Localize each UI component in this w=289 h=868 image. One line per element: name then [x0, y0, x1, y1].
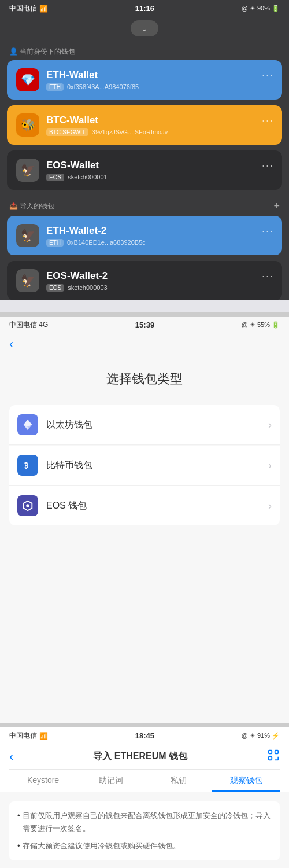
- more-menu-icon-btc[interactable]: ...: [262, 112, 274, 124]
- status-icons-1: @ ☀ 90% 🔋: [242, 5, 280, 12]
- eth-chain-badge: ETH: [46, 83, 64, 91]
- btc-wallet-name: BTC-Wallet: [46, 115, 273, 126]
- eth-wallet-addr: 0xf358f43A...A984076f85: [67, 83, 139, 90]
- eos2-wallet-addr: sketch000003: [68, 284, 108, 291]
- screen3-inner: • 目前仅限用户观察自己的钱包来配合离线钱包形成更加安全的冷钱包；导入需要进行一…: [0, 792, 289, 868]
- status-signal-3: 中国电信 📶: [9, 731, 48, 741]
- eos-chevron-icon: ›: [268, 500, 272, 512]
- eth2-wallet-icon: 🦅: [16, 224, 39, 247]
- eos-wallet-addr: sketch000001: [68, 174, 108, 181]
- eth2-chain-badge: ETH: [46, 239, 64, 247]
- status-bar-2: 中国电信 4G 15:39 @ ☀ 55% 🔋: [0, 317, 289, 332]
- scan-icon[interactable]: [267, 749, 280, 764]
- btc-wallet-card[interactable]: ... 🐝 BTC-Wallet BTC-SEGWIT 39v1qzJSvG..…: [7, 105, 282, 145]
- btc-wallet-card-row: 🐝 BTC-Wallet BTC-SEGWIT 39v1qzJSvG...jSF…: [16, 113, 273, 137]
- more-menu-icon[interactable]: ...: [262, 67, 274, 79]
- time-1: 11:16: [135, 4, 154, 13]
- screen3: 中国电信 📶 18:45 @ ☀ 91% ⚡ ‹ 导入 ETHEREUM 钱包: [0, 723, 289, 868]
- more-menu-icon-eos2[interactable]: ...: [262, 268, 274, 280]
- s3-header: ‹ 导入 ETHEREUM 钱包 Keystore 助记词 私钥 观察钱包: [0, 743, 289, 792]
- tab-mnemonic[interactable]: 助记词: [77, 770, 144, 792]
- eth-addr-row: ETH 0xf358f43A...A984076f85: [46, 83, 273, 91]
- eos-type-item[interactable]: EOS 钱包 ›: [9, 486, 280, 525]
- s3-nav: ‹ 导入 ETHEREUM 钱包: [9, 743, 280, 769]
- battery-icon-1: @ ☀ 90% 🔋: [242, 5, 280, 12]
- chevron-down-icon: ⌄: [141, 24, 148, 33]
- wallet-card-row: 💎 ETH-Wallet ETH 0xf358f43A...A984076f85: [16, 68, 273, 91]
- eos-wallet-name: EOS-Wallet: [46, 160, 273, 171]
- tab-watch-wallet[interactable]: 观察钱包: [212, 770, 280, 792]
- status-bar-3: 中国电信 📶 18:45 @ ☀ 91% ⚡: [0, 727, 289, 743]
- svg-rect-7: [275, 751, 279, 754]
- status-icons-3: @ ☀ 91% ⚡: [242, 732, 280, 740]
- btc-type-label: 比特币钱包: [46, 459, 268, 472]
- wifi-icon-1: 📶: [39, 5, 48, 13]
- time-2: 15:39: [135, 321, 154, 329]
- svg-point-5: [26, 504, 29, 507]
- svg-rect-8: [269, 757, 272, 760]
- eos2-addr-row: EOS sketch000003: [46, 284, 273, 292]
- battery-icon-2: @ ☀ 55% 🔋: [242, 321, 280, 329]
- select-wallet-type-title: 选择钱包类型: [0, 359, 289, 405]
- more-menu-icon-eth2[interactable]: ...: [262, 223, 274, 235]
- eth2-wallet-info: ETH-Wallet-2 ETH 0xB140ED1e...a683920B5c: [46, 225, 273, 247]
- btc-addr-row: BTC-SEGWIT 39v1qzJSvG...jSFoRfmoJv: [46, 128, 273, 136]
- eth-wallet-info: ETH-Wallet ETH 0xf358f43A...A984076f85: [46, 69, 273, 91]
- eos-wallet-card[interactable]: ... 🦅 EOS-Wallet EOS sketch000001: [7, 150, 282, 190]
- tab-private-key[interactable]: 私钥: [144, 770, 212, 792]
- tab-keystore[interactable]: Keystore: [9, 770, 77, 792]
- btc-chevron-icon: ›: [268, 459, 272, 472]
- status-bar-1: 中国电信 📶 11:16 @ ☀ 90% 🔋: [0, 0, 289, 16]
- eos2-wallet-name: EOS-Wallet-2: [46, 270, 273, 282]
- btc-type-item[interactable]: ₿ 比特币钱包 ›: [9, 446, 280, 486]
- identity-dropdown[interactable]: ⌄: [131, 20, 158, 36]
- eth-wallet-icon: 💎: [16, 68, 39, 91]
- eos2-wallet-info: EOS-Wallet-2 EOS sketch000003: [46, 270, 273, 292]
- signal-text-1: 中国电信: [9, 3, 37, 13]
- s3-page-title: 导入 ETHEREUM 钱包: [93, 751, 187, 763]
- info-text-1: 目前仅限用户观察自己的钱包来配合离线钱包形成更加安全的冷钱包；导入需要进行一次签…: [23, 810, 272, 835]
- my-wallets-text: 当前身份下的钱包: [20, 47, 75, 56]
- eth-type-item[interactable]: 以太坊钱包 ›: [9, 405, 280, 445]
- eth-wallet-card[interactable]: ... 💎 ETH-Wallet ETH 0xf358f43A...A98407…: [7, 60, 282, 100]
- eos-wallet-info: EOS-Wallet EOS sketch000001: [46, 160, 273, 181]
- time-3: 18:45: [135, 731, 154, 740]
- eth2-addr-row: ETH 0xB140ED1e...a683920B5c: [46, 239, 273, 247]
- eth-wallet2-card[interactable]: ... 🦅 ETH-Wallet-2 ETH 0xB140ED1e...a683…: [7, 216, 282, 255]
- eos-wallet-card-row: 🦅 EOS-Wallet EOS sketch000001: [16, 159, 273, 182]
- imported-wallets-label: 📥 导入的钱包 +: [0, 196, 289, 216]
- info-line-1: • 目前仅限用户观察自己的钱包来配合离线钱包形成更加安全的冷钱包；导入需要进行一…: [17, 810, 272, 835]
- btc-wallet-info: BTC-Wallet BTC-SEGWIT 39v1qzJSvG...jSFoR…: [46, 115, 273, 136]
- eos-chain-badge: EOS: [46, 174, 64, 181]
- eos2-chain-badge: EOS: [46, 284, 64, 292]
- back-button-2[interactable]: ‹: [9, 337, 13, 352]
- top-bar-1: ⌄: [0, 16, 289, 42]
- status-signal-1: 中国电信 📶: [9, 3, 48, 13]
- eth-type-icon: [17, 414, 38, 435]
- eth-chevron-icon: ›: [268, 419, 272, 431]
- import-icon: 📥: [9, 202, 20, 210]
- svg-text:₿: ₿: [24, 461, 28, 470]
- s2-nav: ‹: [0, 332, 289, 359]
- battery-icon-3: @ ☀ 91% ⚡: [242, 732, 280, 740]
- screen2: 中国电信 4G 15:39 @ ☀ 55% 🔋 ‹ 选择钱包类型 以太坊钱包 ›: [0, 312, 289, 723]
- eth2-wallet-addr: 0xB140ED1e...a683920B5c: [67, 239, 146, 246]
- back-button-3[interactable]: ‹: [9, 749, 13, 764]
- eos-type-label: EOS 钱包: [46, 500, 268, 512]
- status-signal-2: 中国电信 4G: [9, 320, 48, 330]
- eos-wallet2-card[interactable]: ... 🦅 EOS-Wallet-2 EOS sketch000003: [7, 261, 282, 300]
- more-menu-icon-eos[interactable]: ...: [262, 157, 274, 170]
- add-import-button[interactable]: +: [273, 200, 280, 212]
- imported-label-text: 导入的钱包: [20, 202, 54, 210]
- s3-tabs: Keystore 助记词 私钥 观察钱包: [9, 769, 280, 792]
- svg-rect-6: [269, 751, 272, 754]
- person-icon: 👤: [9, 47, 20, 56]
- screen2-spacer: [0, 526, 289, 723]
- status-icons-2: @ ☀ 55% 🔋: [242, 321, 280, 329]
- eth-type-label: 以太坊钱包: [46, 419, 268, 431]
- eos-addr-row: EOS sketch000001: [46, 174, 273, 181]
- info-box: • 目前仅限用户观察自己的钱包来配合离线钱包形成更加安全的冷钱包；导入需要进行一…: [9, 801, 280, 860]
- eos2-wallet-icon: 🦅: [16, 269, 39, 292]
- btc-wallet-icon: 🐝: [16, 113, 39, 137]
- eos2-wallet-card-row: 🦅 EOS-Wallet-2 EOS sketch000003: [16, 269, 273, 292]
